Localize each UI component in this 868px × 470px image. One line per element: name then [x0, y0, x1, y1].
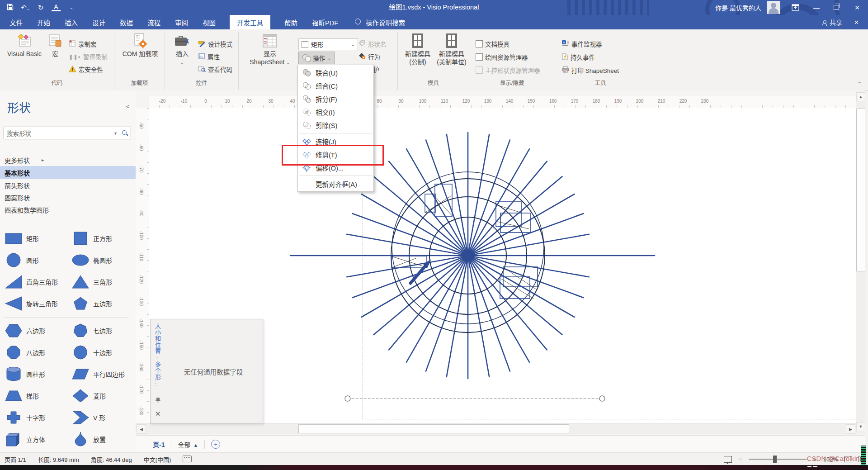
tool-button[interactable]: v 事件监视器 [561, 38, 619, 49]
com-addins-button[interactable]: COM 加载项 [118, 32, 162, 58]
ribbon-tab[interactable]: 开发工具 [230, 15, 270, 29]
shape-item[interactable]: 正方形 [67, 228, 134, 249]
operations-button[interactable]: 操作 ⌄ [298, 52, 335, 64]
ribbon-tab[interactable]: 开始 [37, 15, 51, 29]
menu-item[interactable]: 剪除(S) [298, 119, 373, 132]
shape-item[interactable]: 矩形 [0, 228, 67, 249]
ribbon-tab[interactable]: 审阅 [175, 15, 189, 29]
vertical-scroll-thumb[interactable] [856, 109, 865, 271]
close-ribbon-icon[interactable]: ✕ [854, 19, 859, 26]
shape-category[interactable]: 基本形状 [0, 166, 136, 179]
menu-item[interactable]: 更新对齐框(A) [298, 177, 373, 190]
shape-item[interactable]: 椭圆形 [67, 249, 134, 271]
shape-category[interactable]: 图案形状 [0, 191, 136, 204]
close-button[interactable]: ✕ [846, 0, 868, 15]
ribbon-tab[interactable]: 文件 [9, 15, 23, 29]
menu-item[interactable]: 拆分(F) [298, 92, 373, 105]
collapse-ribbon-icon[interactable]: ⌃ [858, 81, 862, 87]
ribbon-tab[interactable]: 帮助 [284, 15, 298, 29]
shape-item[interactable]: 圆柱形 [0, 363, 67, 385]
add-page-button[interactable]: + [211, 440, 220, 449]
share-button[interactable]: 共享 [822, 18, 842, 27]
menu-item[interactable]: 组合(C) [298, 79, 373, 92]
checkbox-row[interactable]: 主控形状资源管理器 [476, 65, 540, 76]
horizontal-scroll-thumb[interactable] [298, 424, 569, 433]
status-page[interactable]: 页面 1/1 [5, 455, 26, 464]
minimize-button[interactable]: — [807, 0, 826, 15]
shape-item[interactable]: 六边形 [0, 320, 67, 342]
ribbon-tab[interactable]: 福昕PDF [311, 15, 339, 29]
zoom-slider-thumb[interactable] [773, 456, 777, 463]
new-stencil-metric-button[interactable]: 新建模具 (公制) [401, 32, 434, 66]
shape-item[interactable]: 梯形 [0, 385, 67, 407]
vertical-scrollbar[interactable]: ▲ ▼ [856, 91, 865, 433]
size-position-panel-title[interactable]: 大小和位置 - 多个形... [153, 323, 162, 395]
checkbox-icon[interactable] [476, 40, 483, 47]
shape-item[interactable]: 十字形 [0, 407, 67, 428]
macros-button[interactable]: 宏 [45, 32, 65, 58]
restore-button[interactable] [826, 0, 846, 15]
menu-item[interactable]: 相交(I) [298, 105, 373, 119]
ribbon-tab[interactable]: 数据 [119, 15, 133, 29]
shape-item[interactable]: 立方体 [0, 428, 67, 450]
shape-category[interactable]: 更多形状 ▸ [0, 154, 136, 166]
chevron-down-icon[interactable]: ▾ [111, 131, 120, 136]
shape-item[interactable]: 十边形 [67, 342, 134, 363]
shape-item[interactable]: 直角三角形 [0, 271, 67, 293]
properties-button[interactable]: 属性 [198, 51, 220, 62]
menu-item[interactable]: 联合(U) [298, 66, 373, 79]
scroll-right-icon[interactable]: ▶ [846, 424, 855, 434]
avatar[interactable] [767, 1, 780, 14]
rectangle-combo[interactable]: 矩形 ⌄ [298, 38, 358, 50]
shape-item[interactable]: 圆形 [0, 249, 67, 271]
shape-item[interactable]: V 形 [67, 407, 134, 428]
shape-item[interactable]: 三角形 [67, 271, 134, 293]
ribbon-tab[interactable]: 流程 [147, 15, 161, 29]
shape-item[interactable]: 七边形 [67, 320, 134, 342]
checkbox-icon[interactable] [476, 66, 483, 74]
checkbox-row[interactable]: 绘图资源管理器 [476, 52, 540, 62]
status-language[interactable]: 中文(中国) [144, 455, 171, 464]
all-pages-button[interactable]: 全部▲ [178, 440, 198, 449]
scroll-up-icon[interactable]: ▲ [856, 92, 865, 101]
pin-icon[interactable] [155, 397, 161, 405]
tool-button[interactable]: 持久事件 [561, 52, 619, 62]
shape-category[interactable]: 箭头形状 [0, 179, 136, 191]
tool-button[interactable]: 打印 ShapeSheet [561, 65, 619, 76]
record-macro-button[interactable]: 录制宏 [69, 38, 97, 49]
shape-category[interactable]: 图表和数学图形 [0, 204, 136, 216]
checkbox-row[interactable]: 文档模具 [476, 38, 540, 49]
zoom-slider[interactable] [749, 459, 807, 460]
ribbon-display-options-icon[interactable] [784, 0, 807, 15]
tell-me-search[interactable]: 操作说明搜索 [366, 18, 405, 27]
visual-basic-button[interactable]: Visual Basic [4, 32, 45, 58]
search-icon[interactable] [122, 130, 128, 136]
view-code-button[interactable]: 查看代码 [198, 64, 232, 75]
shape-item[interactable]: 菱形 [67, 385, 134, 407]
behavior-button[interactable]: 行为 [358, 51, 380, 62]
shape-item[interactable]: 八边形 [0, 342, 67, 363]
shape-item[interactable]: 放置 [67, 428, 134, 450]
design-mode-button[interactable]: 设计模式 [198, 38, 232, 49]
insert-control-button[interactable]: 插入 ⌄ [169, 32, 195, 66]
presentation-mode-icon[interactable] [724, 456, 732, 463]
ribbon-tab[interactable]: 插入 [64, 15, 78, 29]
shape-item[interactable]: 五边形 [67, 293, 134, 314]
show-shapesheet-button[interactable]: 显示 ShapeSheet ⌄ [243, 32, 297, 66]
shape-search-box[interactable]: 搜索形状 ▾ [4, 127, 131, 139]
ribbon-tab[interactable]: 视图 [202, 15, 216, 29]
page-tab[interactable]: 页-1 [153, 440, 165, 449]
checkbox-icon[interactable] [476, 53, 483, 61]
new-stencil-us-button[interactable]: 新建模具 (美制单位) [435, 32, 468, 66]
scroll-left-icon[interactable]: ◀ [137, 424, 146, 434]
ribbon-tab[interactable]: 设计 [92, 15, 106, 29]
keyboard-icon[interactable] [183, 456, 192, 463]
close-icon[interactable]: ✕ [155, 410, 161, 418]
shape-item[interactable]: 旋转三角形 [0, 293, 67, 314]
macro-security-button[interactable]: 宏安全性 [69, 64, 103, 75]
zoom-out-icon[interactable]: − [738, 455, 742, 463]
shape-item[interactable]: 平行四边形 [67, 363, 134, 385]
horizontal-scrollbar[interactable]: ◀ ▶ [136, 423, 856, 434]
scroll-down-icon[interactable]: ▼ [856, 422, 865, 431]
collapse-panel-icon[interactable]: < [126, 103, 129, 110]
